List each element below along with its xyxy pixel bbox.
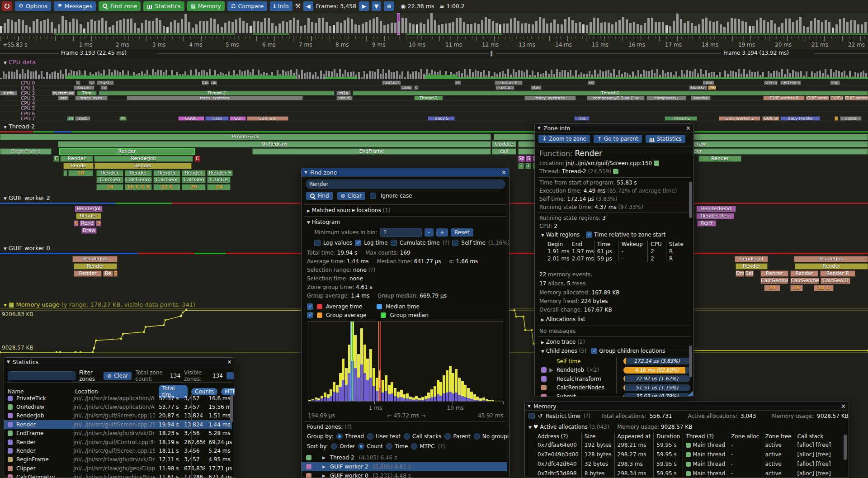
child-zone-row[interactable]: CalcRenderNodes 51.51 us (1.15%)	[541, 383, 690, 393]
timeline-zone[interactable]: CalcGeo	[96, 177, 123, 183]
cpu-zone[interactable]: Th	[67, 116, 74, 121]
cpu-zone[interactable]: composer@2.1-se (Hw	[587, 96, 645, 100]
timeline-zone[interactable]: Render	[74, 263, 117, 270]
cpu-zone[interactable]: Tracy	[205, 116, 229, 121]
timeline-zone[interactable]: 10 C	[814, 285, 834, 291]
cpu-zone[interactable]: syste	[840, 116, 862, 121]
child-zone-row[interactable]: Self time 172.14 us (3.83%)	[541, 357, 690, 366]
cpu-zone[interactable]: GGUIF	[178, 116, 204, 121]
timeline-zone[interactable]: RenderJol	[735, 256, 768, 262]
cpu-zone[interactable]: kworke	[691, 96, 711, 100]
timeline-zone[interactable]: Rencer	[760, 270, 788, 277]
timeline-zone[interactable]: Draw	[81, 227, 97, 234]
timeline-zone[interactable]: CalcGeome	[125, 177, 152, 183]
timeline-zone[interactable]: BeginFrame	[0, 148, 52, 155]
child-zone-row[interactable]: ▶ RenderJob (×2) 4.16 ms (92.60%)	[541, 366, 690, 375]
timeline-zone[interactable]: CalcGeo	[182, 177, 206, 183]
timeline-zone[interactable]: RenderRend	[696, 206, 736, 212]
group-by-option[interactable]: User text	[367, 433, 401, 440]
timeline-zone[interactable]: T	[525, 163, 531, 169]
cpu-zone[interactable]: aux	[401, 85, 412, 90]
allocation-row[interactable]: 0x7dfc42d64032 bytes298.3 ms 59.95 s Mai…	[535, 459, 834, 469]
statistics-row[interactable]: BeginFrame jni/../jni/src/claw/gfx/drv/v…	[4, 455, 232, 464]
timeline-zone[interactable]: Update	[492, 141, 516, 147]
cpu-zone[interactable]: surfa	[0, 91, 17, 95]
statistics-row[interactable]: PrivateTick jni/../jni/src/claw/applicat…	[4, 394, 232, 402]
guif-worker2-header[interactable]: ▼GUIF worker 2	[4, 194, 50, 201]
cpu-zone[interactable]: sy	[830, 80, 840, 85]
cpu-zone[interactable]: GUIF worker 2	[844, 96, 868, 100]
close-icon[interactable]: ✕	[841, 403, 846, 410]
timeline-zone[interactable]: Render	[795, 263, 868, 270]
histogram-legend-row[interactable]: Average time Median time	[307, 302, 506, 311]
reset-button[interactable]: Reset	[451, 228, 473, 237]
cpu-zone[interactable]: Tracy S	[428, 116, 455, 121]
statistics-row[interactable]: Render jni/../jni/src/guif/Screen.cpp:15…	[4, 446, 232, 455]
prev-frame-button[interactable]: ◀	[303, 1, 313, 11]
timeline-zone[interactable]: T	[518, 163, 524, 169]
timeline-zone[interactable]: 18	[68, 170, 93, 176]
timeline-zone[interactable]: Render	[59, 148, 195, 155]
timeline-zone[interactable]: Render	[790, 270, 818, 277]
cpu-zone[interactable]: syst	[97, 80, 114, 85]
min-bin-input[interactable]	[380, 228, 422, 237]
zone-trace-header[interactable]: ▶ Zone trace (2)	[541, 339, 585, 345]
timeline-zone[interactable]: Dra	[736, 270, 744, 277]
compare-button[interactable]: ⚖Compare	[227, 1, 267, 11]
cpu-zone[interactable]: aux	[703, 80, 714, 85]
wait-regions-header[interactable]: ▼ Wait regions Time relative to zone sta…	[541, 232, 665, 238]
timeline-zone[interactable]: 26	[182, 184, 206, 190]
timeline-zone[interactable]: Render	[698, 156, 741, 162]
memory-button[interactable]: ▤Memory	[187, 1, 225, 11]
timeline-zone[interactable]: 24	[207, 184, 231, 190]
cpu-zone[interactable]: (au	[202, 80, 209, 85]
child-zone-row[interactable]: Submit 35.63 us (0.79%)	[541, 392, 690, 397]
cpu-zone[interactable]: rot_d	[336, 96, 353, 100]
find-zone-window-titlebar[interactable]: ▼Find zone ✕	[302, 168, 509, 177]
thread-swatch[interactable]	[613, 169, 618, 174]
cpu-zone[interactable]: composer@	[646, 96, 686, 100]
statistics-row[interactable]: EndFrame jni/../jni/src/claw/gfx/drv/vk/…	[4, 429, 232, 438]
timeline-zone[interactable]: Render R	[820, 270, 855, 277]
cpu-zone[interactable]: GUIF work	[806, 96, 829, 100]
cpu-zone[interactable]: GUIF worker 2	[719, 116, 760, 121]
find-zone-histogram[interactable]	[308, 321, 503, 402]
cpu-zone[interactable]: kworke	[689, 85, 707, 90]
cpu-zone[interactable]: Thread-2	[99, 91, 335, 95]
group-children-checkbox[interactable]	[591, 348, 597, 354]
close-icon[interactable]: ✕	[227, 359, 232, 365]
timeline-zone[interactable]: CalcGe	[207, 177, 231, 183]
cpu-zone[interactable]: se	[89, 80, 95, 85]
wait-region-row[interactable]: 1.91 ms1.97 ms 61 µs-2R	[545, 248, 688, 255]
go-to-parent-button[interactable]: ↑Go to parent	[594, 135, 642, 143]
cpu-zone[interactable]: system se	[52, 91, 75, 95]
zone-statistics-button[interactable]: Statistics	[646, 135, 685, 143]
cpu-zone[interactable]: tracy_systrace	[127, 96, 303, 100]
wait-table-header[interactable]: BeginEnd TimeWakeup CPUState	[545, 241, 688, 248]
timeline-zone[interactable]: 24	[96, 184, 123, 190]
timeline-zone[interactable]: CalcGeor	[153, 177, 180, 183]
timeline-zone[interactable]: 16	[790, 285, 803, 291]
close-icon[interactable]: ✕	[501, 169, 506, 176]
cpu-zone[interactable]: tracy_sysn	[75, 96, 108, 100]
histogram-section-header[interactable]: ▼ Histogram	[307, 219, 340, 225]
timeline-zone[interactable]: C	[194, 156, 200, 162]
legend-checkbox[interactable]	[307, 312, 313, 318]
goto-frame-button[interactable]: ⊕	[384, 1, 394, 11]
timeline-zone[interactable]: 8	[74, 220, 79, 227]
cumulate-time-checkbox[interactable]	[391, 240, 397, 246]
timeline-zone[interactable]: Sel	[745, 270, 754, 277]
timeline-zone[interactable]	[63, 170, 67, 176]
sort-by-option[interactable]: Time	[386, 443, 408, 450]
cpu-zone[interactable]: GUIF worker 0	[763, 96, 805, 100]
cpu-zone[interactable]: surface	[382, 80, 401, 85]
cpu-zone[interactable]: au	[211, 80, 217, 85]
timeline-zone[interactable]: Rerff	[697, 220, 716, 227]
histogram-legend-row[interactable]: Group average Group median	[307, 311, 506, 319]
cpu-zone[interactable]: ro	[588, 80, 595, 85]
statistics-row[interactable]: Clipper jni/../jni/src/claw/gfx/geo/Clip…	[4, 464, 232, 473]
timeline-zone[interactable]: Render F	[207, 170, 233, 176]
timeline-zone[interactable]: PrivateTick	[0, 134, 491, 140]
cpu-zone[interactable]: et	[455, 80, 461, 85]
cpu-zone[interactable]: GUI	[230, 116, 246, 121]
